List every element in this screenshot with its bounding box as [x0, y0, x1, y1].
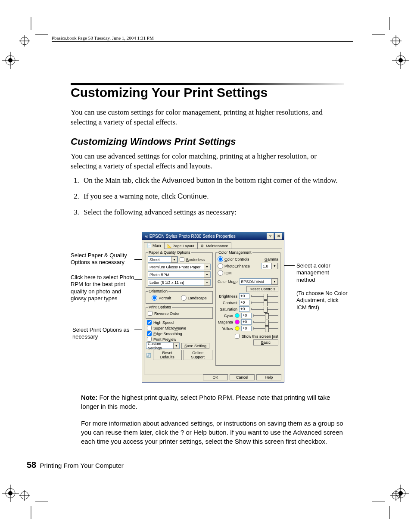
paper-quality-legend: Paper & Quality Options	[148, 250, 191, 255]
tab-page-layout[interactable]: 📐Page Layout	[164, 242, 198, 249]
annotation-icm: (To choose No Color Adjustment, click IC…	[296, 290, 348, 311]
yellow-swatch-icon	[235, 326, 240, 331]
cancel-button[interactable]: Cancel	[230, 374, 255, 380]
saturation-label: Saturation	[218, 307, 237, 311]
yellow-value[interactable]: +0	[241, 326, 252, 331]
print-options-group: Print Options Reverse Order	[146, 305, 213, 319]
chevron-down-icon: ▼	[204, 279, 210, 286]
maintenance-tab-icon: ⚙	[200, 244, 205, 248]
orientation-group: Orientation Portrait Landscape	[146, 289, 213, 304]
basic-button[interactable]: Basic	[253, 339, 278, 345]
note-1: Note: For the highest print quality, sel…	[81, 393, 344, 411]
contrast-slider[interactable]	[251, 300, 278, 305]
cyan-swatch-icon	[235, 313, 240, 318]
main-tab-icon: 📄	[147, 243, 151, 248]
paper-quality-group: Paper & Quality Options Sheet▼ BBorderle…	[146, 250, 213, 288]
photoenhance-radio[interactable]: PhotoEnhance	[218, 263, 250, 269]
quality-select[interactable]: Photo RPM▼	[148, 271, 211, 278]
annotation-color-mgmt: Select a color management method	[296, 262, 348, 283]
help-titlebar-button[interactable]: ?	[267, 233, 274, 240]
contrast-value[interactable]: +0	[239, 300, 249, 305]
step-2: If you see a warning note, click Continu…	[81, 192, 344, 202]
page-heading: Customizing Your Print Settings	[71, 85, 268, 100]
paper-source-select[interactable]: Sheet▼	[148, 256, 178, 263]
reset-controls-button[interactable]: Reset Controls	[246, 286, 278, 292]
online-support-button[interactable]: Online Support	[184, 350, 212, 360]
steps-list: On the Main tab, click the Advanced butt…	[71, 176, 344, 224]
landscape-radio[interactable]: Landscape	[181, 295, 207, 301]
custom-settings-select[interactable]: Custom Settings▼	[146, 342, 180, 349]
crop-mark-icon	[372, 17, 407, 52]
register-mark-icon	[0, 480, 23, 506]
color-mode-label: Color Mode	[218, 280, 238, 284]
page-footer: 58 Printing From Your Computer	[27, 460, 124, 470]
icm-radio[interactable]: ICM	[218, 270, 278, 276]
chevron-down-icon: ▼	[204, 271, 210, 278]
chevron-down-icon: ▼	[271, 263, 278, 269]
magenta-value[interactable]: +0	[241, 319, 252, 325]
reset-icon: 🔄	[146, 353, 151, 358]
borderless-check[interactable]: BBorderlessorderless	[180, 257, 205, 262]
tab-main[interactable]: 📄Main	[144, 242, 164, 249]
magenta-slider[interactable]	[253, 320, 278, 325]
register-mark-icon	[0, 47, 23, 73]
color-mode-select[interactable]: EPSON Vivid▼	[240, 278, 278, 285]
step-3: Select the following advanced settings a…	[81, 208, 344, 218]
running-header-rule	[52, 41, 353, 42]
brightness-value[interactable]: +0	[239, 293, 249, 299]
microweave-check[interactable]: Super MicroWeave	[147, 326, 212, 330]
subheading: Customizing Windows Print Settings	[71, 136, 236, 147]
gamma-select[interactable]: 1.8▼	[261, 263, 278, 269]
ok-button[interactable]: OK	[203, 374, 228, 380]
cyan-value[interactable]: +0	[241, 313, 252, 318]
help-button[interactable]: Help	[256, 374, 281, 380]
reverse-order-check[interactable]: Reverse Order	[148, 311, 211, 316]
step-1: On the Main tab, click the Advanced butt…	[81, 176, 344, 186]
saturation-value[interactable]: +0	[239, 306, 249, 312]
edge-smoothing-check[interactable]: Edge Smoothing	[147, 331, 212, 336]
cyan-label: Cyan	[218, 314, 233, 318]
reset-defaults-button[interactable]: Reset Defaults	[153, 350, 182, 360]
yellow-label: Yellow	[218, 327, 233, 331]
register-mark-icon	[388, 480, 411, 506]
yellow-slider[interactable]	[253, 326, 278, 331]
register-mark-icon	[388, 47, 411, 73]
footer-section: Printing From Your Computer	[40, 462, 124, 469]
note-2: For more information about advanced sett…	[81, 419, 344, 446]
chevron-down-icon: ▼	[173, 342, 179, 349]
cyan-slider[interactable]	[253, 313, 278, 318]
intro-text: You can use custom settings for color ma…	[71, 108, 344, 128]
portrait-radio[interactable]: Portrait	[152, 295, 171, 301]
print-preview-check[interactable]: Print Preview	[147, 337, 212, 342]
tab-maintenance[interactable]: ⚙Maintenance	[197, 242, 231, 249]
color-controls-radio[interactable]: Color Controls	[218, 256, 249, 262]
dialog-tabs: 📄Main 📐Page Layout ⚙Maintenance	[142, 240, 284, 249]
dialog-title: EPSON Stylus Photo R300 Series Propertie…	[149, 234, 236, 239]
magenta-label: Magenta	[218, 320, 233, 324]
brightness-slider[interactable]	[251, 294, 278, 299]
annotation-photo-rpm: Click here to select Photo RPM for the b…	[71, 274, 135, 302]
printer-icon: 🖨	[144, 234, 148, 239]
annotation-line	[283, 265, 295, 266]
paper-type-select[interactable]: Premium Glossy Photo Paper▼	[148, 264, 211, 270]
print-options-legend: Print Options	[148, 305, 172, 309]
chevron-down-icon: ▼	[171, 256, 177, 263]
running-header: Pbasics.book Page 58 Tuesday, June 1, 20…	[52, 35, 154, 40]
sub-intro-text: You can use advanced settings for color …	[71, 152, 344, 171]
high-speed-check[interactable]: High Speed	[147, 320, 212, 325]
chevron-down-icon: ▼	[204, 264, 210, 270]
contrast-label: Contrast	[218, 301, 237, 305]
color-management-group: Color Management Color Controls Gamma Ph…	[215, 250, 280, 366]
paper-size-select[interactable]: Letter (8 1/2 x 11 in)▼	[148, 279, 211, 286]
chevron-down-icon: ▼	[271, 278, 278, 285]
layout-tab-icon: 📐	[167, 244, 171, 248]
properties-dialog: 🖨 EPSON Stylus Photo R300 Series Propert…	[142, 232, 284, 383]
show-first-check[interactable]: Show this screen first	[218, 334, 278, 339]
close-titlebar-button[interactable]: ✕	[275, 233, 282, 240]
save-setting-button[interactable]: Save Setting	[181, 343, 209, 349]
magenta-swatch-icon	[235, 320, 240, 324]
saturation-slider[interactable]	[251, 307, 278, 312]
orientation-legend: Orientation	[148, 289, 168, 293]
color-management-legend: Color Management	[218, 250, 252, 255]
crop-mark-icon	[14, 17, 48, 52]
